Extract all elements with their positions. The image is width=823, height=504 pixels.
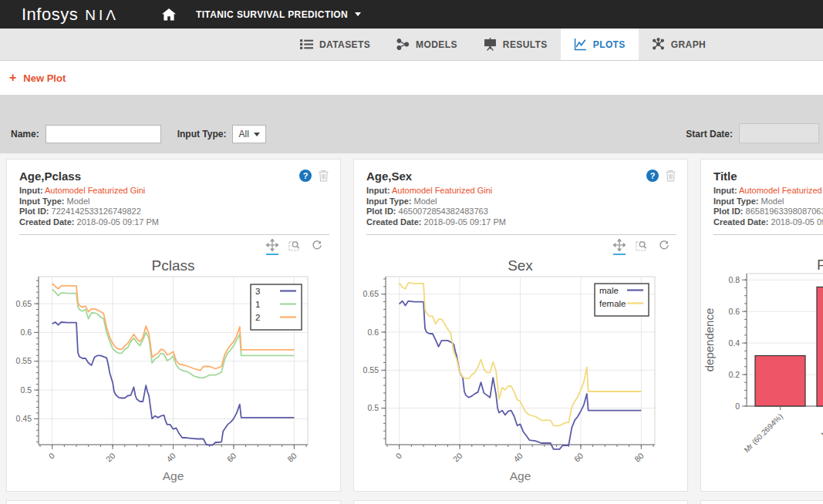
tab-label: PLOTS: [593, 39, 626, 50]
created-date-label: Created Date:: [713, 217, 769, 227]
x-tick-label: 0: [46, 451, 56, 461]
created-date-value: 2018-09-05 09:17 PM: [424, 217, 506, 227]
plot-card-stub: [353, 500, 688, 504]
created-date-value: 2018-09-05 09:17 PM: [77, 217, 159, 227]
trash-icon[interactable]: [318, 170, 329, 182]
created-date-value: 2018-09-05 09:: [771, 217, 823, 227]
tab-label: MODELS: [416, 39, 457, 50]
input-link[interactable]: Automodel Featurized Gini: [45, 186, 145, 195]
chart-toolbar: [354, 235, 687, 258]
pan-tool-icon[interactable]: [613, 239, 626, 255]
top-bar: Infosys NIΛ TITANIC SURVIVAL PREDICTION: [0, 0, 823, 29]
tab-datasets[interactable]: DATASETS: [287, 29, 383, 60]
input-type-dropdown[interactable]: All: [232, 125, 265, 143]
next-plot-cards-row: [0, 500, 823, 504]
y-tick-label: 0.6: [20, 328, 32, 337]
filter-bar: Name: Input Type: All Start Date:: [0, 95, 823, 153]
plot-card-stub: [700, 500, 823, 504]
pan-tool-icon[interactable]: [266, 239, 278, 255]
tab-label: DATASETS: [319, 39, 370, 50]
y-tick-label: 0.55: [16, 356, 32, 365]
plot-id-value: 865819633980870632: [746, 207, 823, 216]
legend-label: female: [599, 299, 626, 308]
x-tick-label: 0: [393, 451, 403, 461]
tab-models[interactable]: MODELS: [383, 29, 471, 60]
title-chart: 00.20.40.60.8Mr (60.2694%)Miss (20depend…: [701, 258, 823, 489]
x-tick-label: 40: [511, 451, 524, 464]
input-type-value: Model: [67, 197, 90, 206]
chart-toolbar: [7, 235, 340, 258]
card-actions: ?: [299, 170, 329, 182]
name-filter-label: Name:: [11, 125, 39, 143]
logo-infosys: Infosys: [22, 5, 78, 25]
box-zoom-tool-icon[interactable]: [636, 239, 648, 255]
chart-legend[interactable]: 312: [251, 284, 302, 330]
new-plot-button[interactable]: + New Plot: [9, 72, 66, 84]
tab-results[interactable]: RESULTS: [471, 29, 561, 60]
x-axis-label: Age: [510, 469, 531, 482]
legend-label: male: [599, 286, 619, 295]
trash-icon[interactable]: [665, 170, 676, 182]
chart-toolbar: [701, 235, 823, 258]
home-icon[interactable]: [162, 8, 176, 21]
start-date-input[interactable]: [739, 123, 819, 143]
created-date-label: Created Date:: [366, 217, 422, 227]
caret-down-icon: [254, 133, 260, 136]
chart-legend[interactable]: malefemale: [595, 284, 649, 316]
x-tick-label: 80: [632, 451, 646, 464]
plot-card-title: Age,Pclass: [19, 170, 81, 183]
list-icon: [300, 38, 313, 51]
plot-card-stub: [6, 500, 341, 504]
reset-tool-icon[interactable]: [311, 239, 323, 255]
tab-label: RESULTS: [503, 39, 548, 50]
sex-chart-canvas: 0.50.550.60.65020406080SexAgemalefemale: [354, 258, 688, 489]
box-zoom-tool-icon[interactable]: [288, 239, 301, 255]
tab-plots[interactable]: PLOTS: [561, 29, 639, 60]
presentation-icon: [484, 38, 497, 51]
tab-graph[interactable]: GRAPH: [639, 29, 719, 60]
y-tick-label: 0.5: [367, 403, 379, 412]
input-type-label: Input Type:: [713, 197, 758, 206]
input-type-label: Input Type:: [366, 197, 411, 206]
card-header: Title ?: [701, 160, 823, 183]
input-label: Input:: [366, 186, 390, 195]
input-type-label: Input Type:: [19, 197, 64, 206]
x-axis-label: Age: [163, 469, 184, 482]
input-link[interactable]: Automodel Featurized G: [739, 186, 823, 195]
plot-card-title: Title: [713, 170, 737, 183]
new-plot-bar: + New Plot: [0, 61, 823, 95]
reset-tool-icon[interactable]: [658, 239, 670, 255]
sex-chart: 0.50.550.60.65020406080SexAgemalefemale: [354, 258, 688, 489]
plus-icon: +: [9, 72, 16, 84]
card-meta: Input: Automodel Featurized G Input Type…: [701, 183, 823, 227]
plot-id-label: Plot ID:: [19, 207, 49, 216]
card-meta: Input: Automodel Featurized Gini Input T…: [354, 183, 687, 227]
start-date-group: Start Date:: [686, 123, 819, 143]
help-icon[interactable]: ?: [646, 170, 659, 182]
card-header: Age,Sex ?: [354, 160, 687, 183]
y-tick-label: 0.55: [363, 365, 379, 375]
project-selector[interactable]: TITANIC SURVIVAL PREDICTION: [196, 9, 361, 20]
plot-card-title: Title ? Input: Automodel Featurized G In…: [700, 159, 823, 492]
input-link[interactable]: Automodel Featurized Gini: [392, 186, 492, 195]
x-tick-label: Mr (60.2694%): [742, 412, 784, 455]
input-type-value: All: [238, 129, 248, 139]
input-type-value: Model: [414, 197, 437, 206]
nodes-icon: [396, 38, 410, 51]
name-filter-input[interactable]: [46, 125, 161, 143]
pclass-chart: 0.450.50.550.60.65020406080PclassAge312: [7, 258, 341, 489]
infosys-nia-logo: Infosys NIΛ: [22, 5, 119, 25]
input-label: Input:: [713, 186, 737, 195]
logo-nia: NIΛ: [85, 7, 119, 24]
legend-label: 2: [255, 313, 260, 322]
card-header: Age,Pclass ?: [7, 160, 340, 183]
x-tick-label: 20: [104, 451, 117, 464]
help-icon[interactable]: ?: [299, 170, 312, 182]
card-actions: ?: [646, 170, 676, 182]
plot-id-value: 4650072854382483763: [399, 207, 488, 216]
tab-spacer: [0, 29, 287, 60]
y-tick-label: 0.8: [728, 275, 740, 284]
plot-card-age-sex: Age,Sex ? Input: Automodel Featurized Gi…: [353, 159, 688, 492]
bar-0: [755, 355, 805, 406]
plot-cards-row: Age,Pclass ? Input: Automodel Featurized…: [0, 159, 823, 492]
